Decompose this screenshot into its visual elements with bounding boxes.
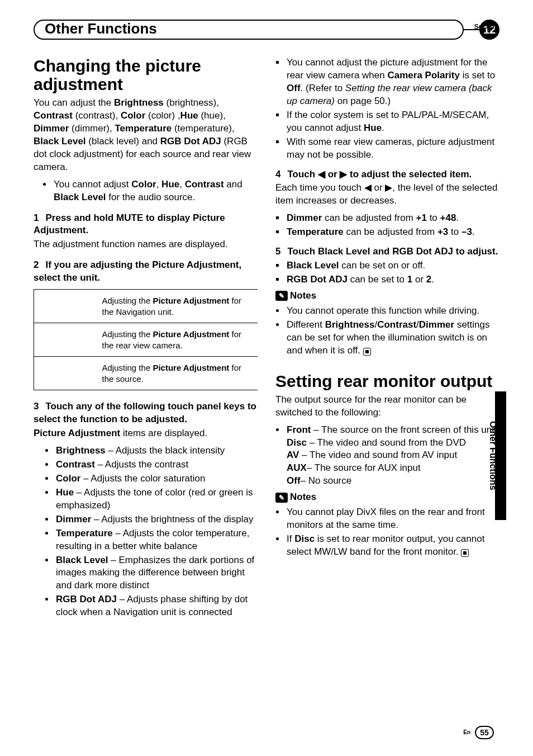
list-item: With some rear view cameras, picture adj… — [285, 136, 499, 162]
list-item: If the color system is set to PAL/PAL-M/… — [285, 109, 499, 135]
list-item: Color – Adjusts the color saturation — [55, 472, 258, 485]
footer: En 55 — [463, 726, 494, 739]
continuation-list: You cannot adjust the picture adjustment… — [275, 56, 499, 162]
list-item: RGB Dot ADJ can be set to 1 or 2. — [285, 273, 499, 286]
list-item: You cannot adjust the picture adjustment… — [285, 56, 499, 108]
pencil-icon: ✎ — [275, 493, 288, 503]
list-item: Different Brightness/Contrast/Dimmer set… — [285, 319, 499, 357]
list-item: Black Level – Emphasizes the dark portio… — [55, 554, 258, 593]
list-item: Hue – Adjusts the tone of color (red or … — [55, 486, 258, 512]
list-item: Front – The source on the front screen o… — [285, 424, 499, 488]
step4-list: Dimmer can be adjusted from +1 to +48. T… — [275, 212, 499, 239]
step4-body: Each time you touch ◀ or ▶, the level of… — [275, 182, 499, 207]
intro-paragraph: You can adjust the Brightness (brightnes… — [34, 97, 258, 174]
step5-list: Black Level can be set on or off. RGB Do… — [275, 259, 499, 286]
step4-heading: 4Touch ◀ or ▶ to adjust the selected ite… — [275, 168, 499, 181]
intro-bullet: You cannot adjust Color, Hue, Contrast a… — [53, 178, 258, 204]
left-column: Changing the picture adjustment You can … — [34, 56, 258, 620]
lang-label: En — [463, 729, 470, 736]
list-item: Brightness – Adjusts the black intensity — [55, 445, 258, 457]
notes1-list: You cannot operate this function while d… — [275, 305, 499, 357]
list-item: Dimmer – Adjusts the brightness of the d… — [55, 513, 258, 526]
page-header: Other Functions 12 — [34, 20, 499, 40]
pencil-icon: ✎ — [275, 291, 288, 301]
list-item: Temperature can be adjusted from +3 to –… — [285, 226, 499, 239]
table-row: Adjusting the Picture Adjustment for the… — [34, 357, 258, 390]
rear-list: Front – The source on the front screen o… — [275, 424, 499, 488]
intro-bullet-list: You cannot adjust Color, Hue, Contrast a… — [34, 178, 258, 204]
list-item: If Disc is set to rear monitor output, y… — [285, 533, 499, 559]
step1-body: The adjustment function names are displa… — [34, 238, 258, 251]
step5-heading: 5Touch Black Level and RGB Dot ADJ to ad… — [275, 245, 499, 258]
list-item: You cannot operate this function while d… — [285, 305, 499, 318]
heading-changing-picture: Changing the picture adjustment — [34, 56, 258, 93]
table-row: Adjusting the Picture Adjustment for the… — [34, 290, 258, 323]
step2-heading: 2If you are adjusting the Picture Adjust… — [34, 259, 258, 285]
list-item: Black Level can be set on or off. — [285, 259, 499, 272]
notes-heading-2: ✎ Notes — [275, 491, 499, 504]
adjustment-items: Brightness – Adjusts the black intensity… — [34, 445, 258, 619]
page-number: 55 — [475, 726, 494, 739]
list-item: Contrast – Adjusts the contrast — [55, 459, 258, 471]
list-item: You cannot play DivX files on the rear a… — [285, 506, 499, 532]
stop-icon — [461, 549, 469, 557]
step3-body: Picture Adjustment items are displayed. — [34, 427, 258, 440]
list-item: Dimmer can be adjusted from +1 to +48. — [285, 212, 499, 225]
table-row: Adjusting the Picture Adjustment for the… — [34, 323, 258, 357]
notes2-list: You cannot play DivX files on the rear a… — [275, 506, 499, 559]
header-pill: Other Functions — [34, 20, 464, 40]
step1-heading: 1Press and hold MUTE to display Picture … — [34, 212, 258, 238]
side-tab: Other Functions — [493, 391, 506, 520]
notes-heading-1: ✎ Notes — [275, 290, 499, 303]
stop-icon — [363, 348, 371, 356]
header-title: Other Functions — [45, 19, 157, 39]
list-item: Temperature – Adjusts the color temperat… — [55, 527, 258, 553]
options-table: Adjusting the Picture Adjustment for the… — [34, 289, 258, 390]
section-label: Section — [474, 22, 498, 31]
right-column: You cannot adjust the picture adjustment… — [275, 56, 499, 620]
step3-heading: 3Touch any of the following touch panel … — [34, 400, 258, 426]
heading-rear-monitor: Setting rear monitor output — [275, 372, 499, 390]
rear-intro: The output source for the rear monitor c… — [275, 394, 499, 419]
list-item: RGB Dot ADJ – Adjusts phase shifting by … — [55, 593, 258, 619]
